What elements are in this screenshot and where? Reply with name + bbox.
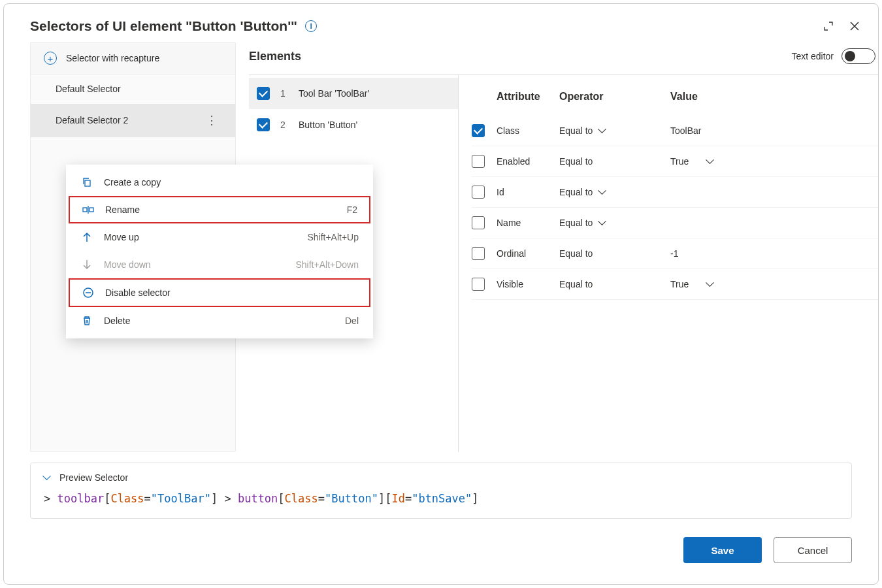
operator-dropdown[interactable]: Equal to (559, 279, 670, 289)
dialog-title: Selectors of UI element "Button 'Button'… (30, 18, 297, 34)
element-checkbox[interactable] (257, 118, 270, 131)
text-editor-label: Text editor (791, 51, 834, 61)
attribute-value: -1 (670, 248, 678, 259)
dialog-header: Selectors of UI element "Button 'Button'… (4, 4, 878, 42)
attribute-row: Visible Equal to True (472, 269, 878, 300)
selector-context-menu: Create a copy Rename F2 Move up Shift+Al… (66, 165, 373, 338)
attribute-checkbox[interactable] (472, 124, 485, 137)
close-icon[interactable] (849, 21, 860, 31)
preview-selector-code: > toolbar[Class="ToolBar"] > button[Clas… (44, 492, 838, 505)
add-selector-label: Selector with recapture (66, 53, 159, 63)
disable-icon (82, 287, 95, 299)
value-cell[interactable]: True (670, 279, 878, 289)
menu-item-label: Create a copy (104, 177, 161, 188)
col-value: Value (670, 91, 878, 103)
operator-dropdown[interactable]: Equal to (559, 156, 670, 167)
cancel-button[interactable]: Cancel (774, 537, 852, 563)
element-label: Tool Bar 'ToolBar' (299, 88, 369, 99)
attribute-row: Enabled Equal to True (472, 146, 878, 177)
value-cell[interactable]: ToolBar (670, 125, 878, 136)
operator-value: Equal to (559, 248, 593, 259)
info-icon[interactable]: i (305, 20, 317, 32)
add-selector-button[interactable]: + Selector with recapture (31, 42, 235, 74)
text-editor-toggle[interactable] (841, 48, 875, 64)
chevron-down-icon (599, 220, 607, 225)
chevron-down-icon (599, 128, 607, 133)
attribute-value: True (670, 279, 689, 289)
selector-editor-dialog: Selectors of UI element "Button 'Button'… (3, 3, 879, 585)
copy-icon (80, 177, 93, 188)
svg-rect-2 (90, 208, 93, 212)
rename-icon (82, 205, 95, 214)
up-icon (80, 232, 93, 242)
menu-item-label: Move up (104, 232, 139, 242)
operator-dropdown[interactable]: Equal to (559, 248, 670, 259)
expand-icon[interactable] (823, 21, 834, 31)
value-cell[interactable]: True (670, 156, 878, 167)
menu-item-up[interactable]: Move up Shift+Alt+Up (66, 223, 373, 251)
selector-list-item[interactable]: Default Selector (31, 74, 235, 104)
chevron-down-icon (707, 282, 715, 287)
menu-item-shortcut: F2 (347, 204, 357, 215)
selector-list-item[interactable]: Default Selector 2⋮ (31, 104, 235, 137)
menu-item-disable[interactable]: Disable selector (69, 278, 370, 307)
delete-icon (80, 316, 93, 326)
menu-item-copy[interactable]: Create a copy (66, 169, 373, 196)
selector-item-label: Default Selector (56, 84, 121, 94)
operator-value: Equal to (559, 218, 593, 228)
attribute-checkbox[interactable] (472, 186, 485, 199)
menu-item-delete[interactable]: Delete Del (66, 307, 373, 335)
menu-item-label: Move down (104, 259, 151, 270)
col-attribute: Attribute (497, 91, 559, 103)
preview-title: Preview Selector (59, 472, 128, 483)
operator-value: Equal to (559, 279, 593, 289)
menu-item-rename[interactable]: Rename F2 (69, 196, 370, 223)
svg-rect-0 (85, 180, 90, 186)
attribute-checkbox[interactable] (472, 216, 485, 229)
operator-value: Equal to (559, 125, 593, 136)
chevron-down-icon (707, 159, 715, 164)
element-index: 2 (280, 120, 288, 130)
col-operator: Operator (559, 91, 670, 103)
attributes-panel: . Attribute Operator Value Class Equal t… (458, 75, 878, 452)
element-row[interactable]: 1 Tool Bar 'ToolBar' (249, 78, 458, 109)
chevron-down-icon (599, 189, 607, 195)
elements-heading: Elements (249, 50, 301, 63)
attribute-name: Name (497, 218, 559, 228)
attribute-name: Enabled (497, 156, 559, 167)
preview-toggle[interactable]: Preview Selector (44, 472, 838, 483)
element-label: Button 'Button' (299, 120, 357, 130)
selector-item-label: Default Selector 2 (56, 115, 128, 125)
operator-dropdown[interactable]: Equal to (559, 218, 670, 228)
menu-item-shortcut: Shift+Alt+Up (307, 232, 359, 242)
operator-value: Equal to (559, 156, 593, 167)
attribute-checkbox[interactable] (472, 278, 485, 291)
down-icon (80, 259, 93, 270)
menu-item-label: Disable selector (105, 287, 171, 298)
attribute-name: Class (497, 125, 559, 136)
chevron-down-icon (44, 475, 52, 480)
save-button[interactable]: Save (683, 537, 762, 563)
element-row[interactable]: 2 Button 'Button' (249, 109, 458, 140)
attribute-row: Ordinal Equal to -1 (472, 238, 878, 269)
element-checkbox[interactable] (257, 87, 270, 100)
attribute-checkbox[interactable] (472, 155, 485, 168)
plus-icon: + (44, 52, 57, 65)
attribute-name: Id (497, 187, 559, 197)
preview-selector-panel: Preview Selector > toolbar[Class="ToolBa… (30, 463, 852, 519)
svg-rect-1 (83, 208, 87, 212)
operator-value: Equal to (559, 187, 593, 197)
more-icon[interactable]: ⋮ (202, 113, 222, 127)
menu-item-shortcut: Del (345, 316, 359, 326)
menu-item-down: Move down Shift+Alt+Down (66, 251, 373, 278)
menu-item-shortcut: Shift+Alt+Down (296, 259, 359, 270)
attribute-name: Ordinal (497, 248, 559, 259)
attribute-value: ToolBar (670, 125, 701, 136)
operator-dropdown[interactable]: Equal to (559, 187, 670, 197)
value-cell[interactable]: -1 (670, 248, 878, 259)
operator-dropdown[interactable]: Equal to (559, 125, 670, 136)
attribute-value: True (670, 156, 689, 167)
attribute-row: Id Equal to (472, 177, 878, 208)
menu-item-label: Rename (105, 204, 140, 215)
attribute-checkbox[interactable] (472, 247, 485, 260)
